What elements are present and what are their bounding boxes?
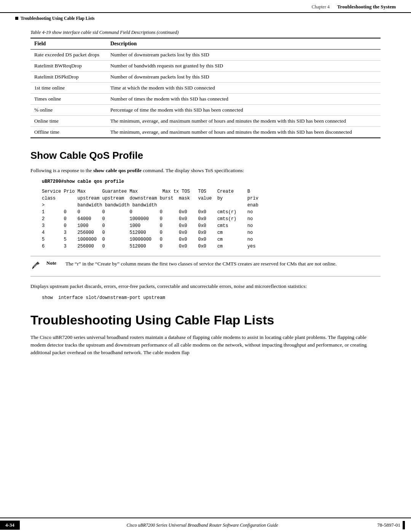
table-cell-description: Number of downstream packets lost by thi… xyxy=(107,50,381,61)
table-cell-description: Percentage of time the modem with this S… xyxy=(107,105,381,116)
note-content: The “r” in the “Create by” column means … xyxy=(65,260,337,268)
table-row: Online timeThe minimum, average, and max… xyxy=(30,116,381,127)
page-header: Chapter 4 Troubleshooting the System xyxy=(0,0,411,13)
table-cell-field: 1st time online xyxy=(30,83,107,94)
table-row: % onlinePercentage of time the modem wit… xyxy=(30,105,381,116)
flap-body-text: The Cisco uBR7200 series universal broad… xyxy=(30,334,381,357)
table-cell-field: Online time xyxy=(30,116,107,127)
note-label: Note xyxy=(46,260,62,266)
footer-doc-number: 78-5897-01 xyxy=(377,522,400,528)
table-caption-text: Table 4-19 show interface cable sid Comm… xyxy=(30,30,178,35)
table-cell-description: The minimum, average, and maximum number… xyxy=(107,116,381,127)
table-cell-description: Number of times the modem with this SID … xyxy=(107,94,381,105)
table-row: Ratelimit DSPktDropNumber of downstream … xyxy=(30,72,381,83)
col-header-field: Field xyxy=(30,38,107,50)
qos-intro-command: show cable qos profile xyxy=(93,168,142,173)
note-icon-container xyxy=(30,260,41,272)
table-cell-field: Ratelimit BWReqDrop xyxy=(30,61,107,72)
footer-page-number: 4-34 xyxy=(0,521,20,530)
breadcrumb-label: Troubleshooting Using Cable Flap Lists xyxy=(21,16,94,21)
breadcrumb: Troubleshooting Using Cable Flap Lists xyxy=(0,14,411,22)
page-content: Table 4-19 show interface cable sid Comm… xyxy=(0,22,411,391)
qos-intro-before: Following is a response to the xyxy=(30,168,93,173)
description-table: Field Description Rate exceeded DS packe… xyxy=(30,38,381,138)
table-row: Rate exceeded DS packet dropsNumber of d… xyxy=(30,50,381,61)
table-row: 1st time onlineTime at which the modem w… xyxy=(30,83,381,94)
qos-command-line: uBR7200#show cable qos profile xyxy=(42,178,381,185)
footer-right-bar xyxy=(403,521,405,529)
table-row: Ratelimit BWReqDropNumber of bandwidth r… xyxy=(30,61,381,72)
breadcrumb-icon xyxy=(15,17,18,20)
table-cell-description: Number of downstream packets lost by thi… xyxy=(107,72,381,83)
table-cell-description: The minimum, average, and maximum number… xyxy=(107,127,381,138)
table-cell-description: Time at which the modem with this SID co… xyxy=(107,83,381,94)
display-text: Displays upstream packet discards, error… xyxy=(30,283,381,290)
note-pencil-icon xyxy=(30,260,41,271)
qos-intro-after: command. The display shows ToS specifica… xyxy=(142,168,244,173)
table-row: Times onlineNumber of times the modem wi… xyxy=(30,94,381,105)
table-cell-field: Offline time xyxy=(30,127,107,138)
footer-right: 78-5897-01 xyxy=(377,521,411,529)
table-cell-field: Times online xyxy=(30,94,107,105)
table-caption: Table 4-19 show interface cable sid Comm… xyxy=(30,30,381,35)
qos-intro-text: Following is a response to the show cabl… xyxy=(30,167,381,174)
qos-code-output: Service Prio Max Guarantee Max Max tx TO… xyxy=(42,188,381,250)
col-header-description: Description xyxy=(107,38,381,50)
footer-center-text: Cisco uBR7200 Series Universal Broadband… xyxy=(27,522,377,528)
page-footer: 4-34 Cisco uBR7200 Series Universal Broa… xyxy=(0,518,411,532)
table-cell-field: Ratelimit DSPktDrop xyxy=(30,72,107,83)
qos-section-heading: Show Cable QoS Profile xyxy=(30,150,381,161)
table-cell-field: Rate exceeded DS packet drops xyxy=(30,50,107,61)
note-box: Note The “r” in the “Create by” column m… xyxy=(30,256,381,276)
table-row: Offline timeThe minimum, average, and ma… xyxy=(30,127,381,138)
flap-section-heading: Troubleshooting Using Cable Flap Lists xyxy=(30,313,381,328)
table-cell-field: % online xyxy=(30,105,107,116)
qos-command-text: uBR7200#show cable qos profile xyxy=(42,179,124,184)
table-cell-description: Number of bandwidth requests not granted… xyxy=(107,61,381,72)
header-chapter: Chapter 4 xyxy=(312,4,330,10)
show-command: show interface slot/downstream-port upst… xyxy=(42,294,381,301)
header-title: Troubleshooting the System xyxy=(337,4,396,10)
